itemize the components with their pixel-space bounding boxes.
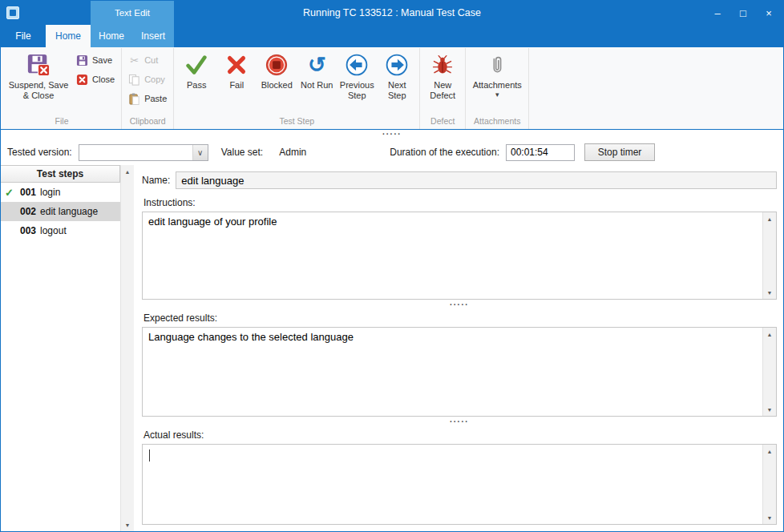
previous-step-button[interactable]: Previous Step [337, 48, 377, 103]
splitter-instructions-expected[interactable]: ····· [142, 300, 777, 311]
scroll-up-icon[interactable]: ▲ [121, 165, 134, 178]
not-run-label: Not Run [301, 80, 333, 91]
save-label: Save [92, 55, 112, 65]
save-button[interactable]: Save [72, 52, 119, 68]
tested-version-label: Tested version: [7, 147, 72, 158]
tab-home-selected[interactable]: Home [46, 25, 91, 47]
expected-results-box: Language changes to the selected languag… [142, 327, 777, 417]
scroll-track[interactable] [763, 341, 776, 403]
tab-file[interactable]: File [1, 25, 46, 47]
actual-results-textarea[interactable] [143, 445, 762, 524]
scroll-track[interactable] [121, 178, 134, 518]
not-run-icon: ↺ [308, 52, 326, 78]
group-label-test-step: Test Step [176, 115, 417, 129]
next-step-label: Next Step [378, 80, 415, 101]
suspend-save-close-label: Suspend, Save & Close [6, 80, 71, 101]
ribbon-group-attachments-content: Attachments ▾ [468, 48, 526, 115]
paste-icon [128, 93, 140, 105]
suspend-save-close-button[interactable]: Suspend, Save & Close [5, 48, 72, 103]
attachments-dropdown-icon[interactable]: ▾ [495, 91, 499, 99]
scroll-up-icon[interactable]: ▲ [763, 445, 776, 457]
splitter-dots: ····· [450, 418, 469, 426]
actual-results-box: ▲ ▼ [142, 444, 777, 525]
blocked-button[interactable]: Blocked [257, 48, 297, 92]
group-label-defect: Defect [422, 115, 463, 129]
cut-button: ✂ Cut [124, 52, 171, 68]
test-step-item-2[interactable]: 002 edit language [1, 202, 120, 221]
scroll-track[interactable] [763, 225, 776, 286]
next-step-button[interactable]: Next Step [377, 48, 417, 103]
test-steps-header: Test steps [1, 165, 120, 183]
suspend-save-close-icon [26, 52, 51, 78]
splitter-expected-actual[interactable]: ····· [142, 417, 777, 428]
test-step-item-3[interactable]: 003 logout [1, 221, 120, 240]
scroll-track[interactable] [763, 457, 776, 511]
instructions-scrollbar[interactable]: ▲ ▼ [762, 212, 776, 299]
new-defect-button[interactable]: New Defect [422, 48, 463, 103]
scroll-down-icon[interactable]: ▼ [121, 518, 134, 531]
group-label-attachments: Attachments [468, 115, 526, 129]
actual-results-scrollbar[interactable]: ▲ ▼ [762, 445, 776, 524]
content-area: Test steps ✓ 001 login 002 edit language… [1, 165, 783, 531]
close-icon [76, 74, 88, 86]
duration-input[interactable] [506, 144, 575, 161]
pass-icon [184, 52, 208, 78]
ribbon-group-clipboard-content: ✂ Cut Copy [124, 48, 171, 115]
name-row: Name: [142, 171, 777, 189]
window-close-button[interactable]: × [756, 1, 782, 25]
duration-label: Duration of the execution: [390, 147, 499, 158]
expected-results-label: Expected results: [143, 312, 777, 324]
ribbon-group-clipboard: ✂ Cut Copy [122, 48, 174, 129]
test-step-item-1[interactable]: ✓ 001 login [1, 183, 120, 202]
stop-timer-button[interactable]: Stop timer [584, 143, 655, 161]
scroll-up-icon[interactable]: ▲ [763, 328, 776, 341]
paste-button[interactable]: Paste [124, 91, 171, 107]
expected-results-scrollbar[interactable]: ▲ ▼ [762, 328, 776, 416]
attachments-label: Attachments [473, 80, 522, 91]
scroll-down-icon[interactable]: ▼ [763, 286, 776, 299]
chevron-down-icon[interactable]: ∨ [192, 145, 208, 160]
window-minimize-button[interactable]: – [705, 1, 730, 25]
copy-button: Copy [124, 71, 171, 87]
text-cursor [149, 449, 150, 461]
attachments-button[interactable]: Attachments ▾ [468, 48, 526, 100]
step-number: 002 [20, 206, 36, 217]
ribbon-group-file: Suspend, Save & Close Save [2, 48, 122, 129]
blocked-icon [265, 52, 289, 78]
test-steps-scrollbar[interactable]: ▲ ▼ [120, 165, 134, 531]
test-steps-list: Test steps ✓ 001 login 002 edit language… [1, 165, 120, 531]
window-maximize-button[interactable]: □ [730, 1, 756, 25]
pass-label: Pass [187, 80, 206, 91]
tab-home-contextual[interactable]: Home [91, 25, 132, 47]
not-run-button[interactable]: ↺ Not Run [297, 48, 337, 92]
instructions-textarea[interactable]: edit language of your profile [143, 212, 762, 299]
titlebar[interactable]: Text Edit Running TC 133512 : Manual Tes… [1, 1, 783, 25]
instructions-box: edit language of your profile ▲ ▼ [142, 212, 777, 300]
scroll-down-icon[interactable]: ▼ [763, 403, 776, 416]
fail-button[interactable]: Fail [216, 48, 257, 92]
ribbon-collapse-handle[interactable]: ····· [1, 130, 783, 139]
ribbon-group-defect-content: New Defect [422, 48, 463, 115]
app-icon[interactable] [6, 6, 19, 19]
close-label: Close [92, 75, 115, 84]
contextual-tabs: Home Insert [91, 25, 174, 47]
copy-label: Copy [144, 75, 165, 84]
group-label-clipboard: Clipboard [124, 115, 171, 129]
tested-version-combobox[interactable]: ∨ [79, 144, 208, 161]
copy-icon [128, 74, 140, 86]
clipboard-buttons: ✂ Cut Copy [124, 48, 171, 107]
pass-button[interactable]: Pass [176, 48, 216, 92]
scroll-up-icon[interactable]: ▲ [763, 212, 776, 225]
previous-step-label: Previous Step [338, 80, 375, 101]
ribbon-group-attachments: Attachments ▾ Attachments [466, 48, 529, 129]
scroll-down-icon[interactable]: ▼ [763, 511, 776, 524]
step-number: 003 [20, 225, 36, 236]
tab-insert[interactable]: Insert [132, 25, 174, 47]
ribbon-close-button[interactable]: Close [72, 71, 119, 87]
ribbon-group-file-content: Suspend, Save & Close Save [5, 48, 119, 115]
expected-results-textarea[interactable]: Language changes to the selected languag… [143, 328, 762, 416]
save-icon [76, 54, 88, 66]
ribbon: Suspend, Save & Close Save [1, 47, 783, 130]
cut-icon: ✂ [128, 54, 140, 66]
name-input[interactable] [176, 171, 777, 189]
